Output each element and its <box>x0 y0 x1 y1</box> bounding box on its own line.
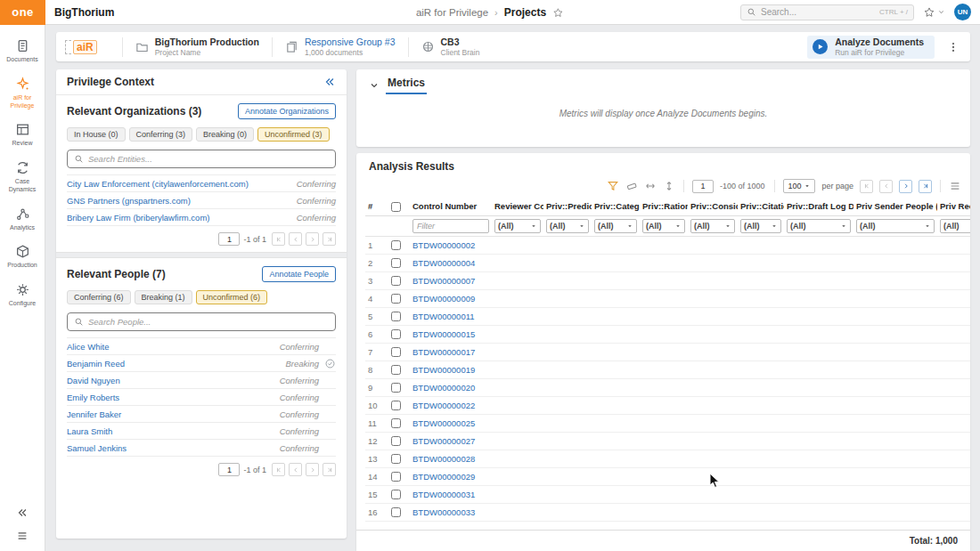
column-header[interactable]: Control Number <box>410 198 492 215</box>
column-filter-select[interactable]: (All) <box>740 219 781 233</box>
row-checkbox[interactable] <box>391 383 401 393</box>
metrics-title[interactable]: Metrics <box>386 77 427 94</box>
filter-chip[interactable]: Unconfirmed (6) <box>196 290 268 304</box>
control-number-link[interactable]: BTDW00000022 <box>412 401 475 410</box>
column-header[interactable]: Priv::Draft Log Descrip <box>784 198 853 215</box>
column-header[interactable]: Priv::Citations <box>738 198 784 215</box>
row-checkbox[interactable] <box>391 507 401 517</box>
person-link[interactable]: Laura Smith <box>67 426 274 436</box>
control-number-link[interactable]: BTDW00000007 <box>412 276 475 286</box>
row-checkbox[interactable] <box>391 401 401 410</box>
row-checkbox[interactable] <box>391 312 401 321</box>
control-number-link[interactable]: BTDW00000031 <box>412 490 475 499</box>
results-next-page-button[interactable] <box>899 180 912 193</box>
column-filter-select[interactable]: (All) <box>690 219 735 233</box>
collapse-panel-icon[interactable] <box>323 76 336 88</box>
control-number-link[interactable]: BTDW00000002 <box>412 240 475 250</box>
analyze-documents-button[interactable]: Analyze Documents Run aiR for Privilege <box>807 36 935 59</box>
filter-chip[interactable]: Unconfirmed (3) <box>257 127 330 142</box>
previous-page-button[interactable] <box>289 463 302 476</box>
organization-link[interactable]: GNS Partners (gnspartners.com) <box>67 196 291 206</box>
organizations-search-input[interactable] <box>88 154 329 164</box>
page-input[interactable] <box>218 232 240 246</box>
document-group-link[interactable]: Responsive Group #3 <box>305 36 396 48</box>
column-header[interactable]: Priv Sender People (all <box>853 198 937 215</box>
favorite-page-star-icon[interactable] <box>552 7 564 19</box>
row-checkbox[interactable] <box>391 418 401 428</box>
results-page-input[interactable] <box>692 180 714 193</box>
sidebar-item-documents[interactable]: Documents <box>0 32 45 70</box>
sidebar-item-air-for-privilege[interactable]: aiR for Privilege <box>0 70 45 117</box>
page-input[interactable] <box>218 463 240 476</box>
control-number-link[interactable]: BTDW00000009 <box>412 294 475 304</box>
next-page-button[interactable] <box>306 463 319 476</box>
column-header[interactable]: Priv::Predictio <box>543 198 592 215</box>
row-checkbox[interactable] <box>391 472 401 482</box>
person-link[interactable]: Emily Roberts <box>67 393 274 402</box>
first-page-button[interactable] <box>272 463 285 476</box>
metrics-collapse-icon[interactable] <box>369 80 380 91</box>
filter-icon[interactable] <box>607 180 619 192</box>
row-height-icon[interactable] <box>663 180 675 192</box>
more-options-button[interactable] <box>945 39 961 55</box>
annotate-people-button[interactable]: Annotate People <box>262 266 336 282</box>
view-options-icon[interactable] <box>949 180 961 192</box>
organization-link[interactable]: City Law Enforcement (citylawenforcement… <box>67 179 291 189</box>
sidebar-menu-icon[interactable] <box>16 530 29 542</box>
control-number-link[interactable]: BTDW00000029 <box>412 472 475 482</box>
row-checkbox[interactable] <box>391 436 401 446</box>
person-link[interactable]: Jennifer Baker <box>67 409 274 419</box>
control-number-link[interactable]: BTDW00000027 <box>412 436 475 446</box>
organization-link[interactable]: Bribery Law Firm (briberylawfirm.com) <box>67 213 291 223</box>
global-search[interactable]: CTRL + / <box>740 4 914 20</box>
control-number-filter-input[interactable] <box>412 219 489 233</box>
first-page-button[interactable] <box>272 232 285 246</box>
organizations-search[interactable] <box>67 150 336 168</box>
column-header[interactable]: Reviewer Code <box>492 198 543 215</box>
filter-chip[interactable]: In House (0) <box>67 127 126 142</box>
control-number-link[interactable]: BTDW00000019 <box>412 365 475 375</box>
filter-chip[interactable]: Breaking (1) <box>135 290 192 304</box>
control-number-link[interactable]: BTDW00000004 <box>412 258 475 268</box>
column-filter-select[interactable]: (All) <box>940 219 970 233</box>
favorites-menu-button[interactable] <box>923 6 945 19</box>
sidebar-item-production[interactable]: Production <box>0 238 45 276</box>
breadcrumb-section[interactable]: aiR for Privilege <box>416 7 488 18</box>
person-link[interactable]: Benjamin Reed <box>67 359 281 369</box>
row-checkbox[interactable] <box>391 294 401 304</box>
last-page-button[interactable] <box>323 232 336 246</box>
column-header[interactable]: Priv::Category <box>592 198 640 215</box>
column-filter-select[interactable]: (All) <box>594 219 637 233</box>
clear-filter-icon[interactable] <box>625 180 638 192</box>
column-width-icon[interactable] <box>644 180 657 192</box>
column-header[interactable]: Priv::Rationale <box>640 198 688 215</box>
row-checkbox[interactable] <box>391 258 401 268</box>
column-header[interactable]: Priv Recipient P <box>937 198 970 215</box>
row-checkbox[interactable] <box>391 454 401 464</box>
control-number-link[interactable]: BTDW00000028 <box>412 454 475 464</box>
control-number-link[interactable]: BTDW00000020 <box>412 383 475 393</box>
filter-chip[interactable]: Breaking (0) <box>196 127 254 142</box>
column-filter-select[interactable]: (All) <box>494 219 541 233</box>
people-search-input[interactable] <box>88 317 329 327</box>
sidebar-item-review[interactable]: Review <box>0 116 45 154</box>
person-link[interactable]: Samuel Jenkins <box>67 443 274 453</box>
column-filter-select[interactable]: (All) <box>546 219 589 233</box>
row-checkbox[interactable] <box>391 276 401 286</box>
row-checkbox[interactable] <box>391 347 401 357</box>
control-number-link[interactable]: BTDW00000011 <box>412 312 475 321</box>
control-number-link[interactable]: BTDW00000025 <box>412 418 475 428</box>
select-all-checkbox[interactable] <box>391 202 401 212</box>
control-number-link[interactable]: BTDW00000017 <box>412 347 475 357</box>
results-first-page-button[interactable] <box>860 180 873 193</box>
person-link[interactable]: David Nguyen <box>67 376 274 385</box>
last-page-button[interactable] <box>323 463 336 476</box>
control-number-link[interactable]: BTDW00000015 <box>412 329 475 339</box>
person-link[interactable]: Alice White <box>67 342 274 352</box>
row-checkbox[interactable] <box>391 365 401 375</box>
user-avatar[interactable]: UN <box>954 4 971 20</box>
column-header[interactable]: Priv::Considere <box>688 198 738 215</box>
column-filter-select[interactable]: (All) <box>642 219 685 233</box>
sidebar-item-case-dynamics[interactable]: Case Dynamics <box>0 154 45 200</box>
row-checkbox[interactable] <box>391 329 401 339</box>
